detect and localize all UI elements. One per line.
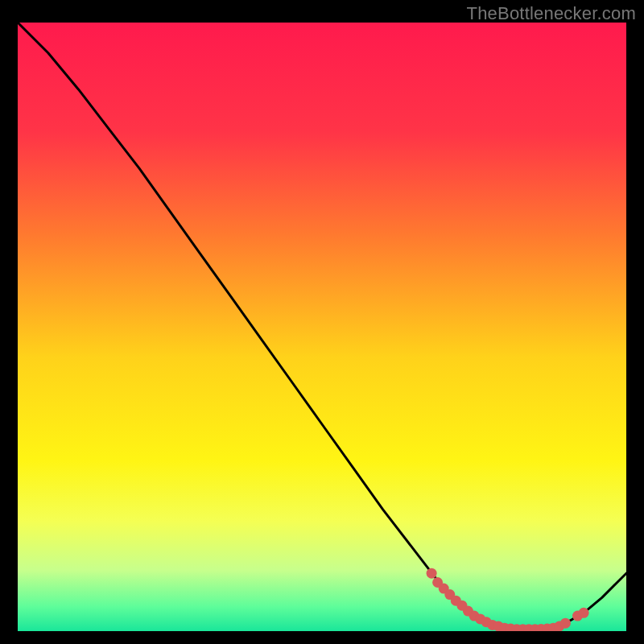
svg-point-23: [560, 618, 571, 629]
chart-svg: [18, 23, 626, 631]
chart-frame: TheBottlenecker.com: [0, 0, 644, 644]
svg-point-1: [427, 568, 437, 579]
chart-plot: [18, 23, 626, 631]
svg-rect-0: [18, 23, 626, 631]
svg-point-25: [579, 608, 589, 618]
watermark-text: TheBottlenecker.com: [467, 3, 636, 24]
